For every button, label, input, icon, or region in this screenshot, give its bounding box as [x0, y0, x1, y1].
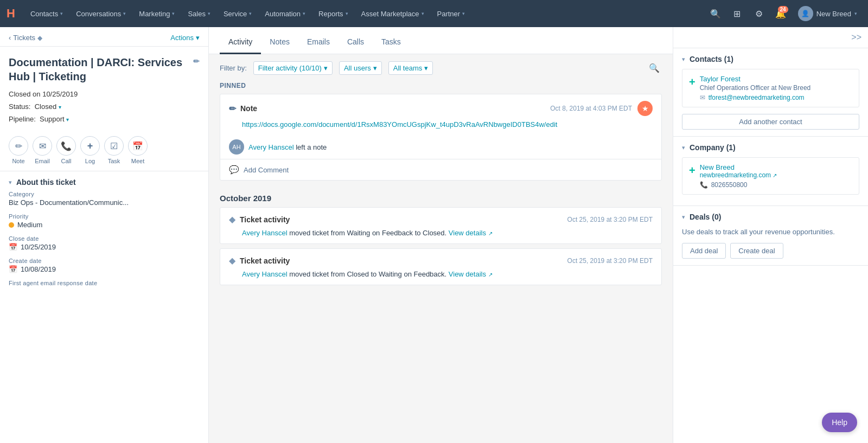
ta1-view-details[interactable]: View details ↗ [449, 229, 493, 237]
ticket-activity-icon-1: ◆ [229, 214, 235, 224]
category-value: Biz Ops - Documentation/Communic... [9, 198, 200, 207]
filter-bar: Filter by: Filter activity (10/10) ▾ All… [220, 54, 662, 82]
collapse-panel-button[interactable]: >> [851, 33, 861, 42]
ta1-body: Avery Hanscel moved ticket from Waiting … [220, 229, 661, 243]
ta1-actor-name[interactable]: Avery Hanscel [242, 229, 288, 237]
back-to-tickets[interactable]: ‹ Tickets ◆ [9, 34, 42, 42]
status-row: Status: Closed ▾ [0, 100, 208, 113]
external-link-icon-website: ↗ [773, 172, 777, 178]
tab-tasks[interactable]: Tasks [373, 37, 410, 54]
first-agent-label: First agent email response date [9, 280, 200, 286]
nav-automation[interactable]: Automation ▾ [258, 0, 312, 27]
actions-button[interactable]: Actions ▾ [170, 34, 200, 42]
actor-name[interactable]: Avery Hanscel [248, 143, 294, 151]
filter-users-button[interactable]: All users ▾ [339, 61, 382, 75]
external-link-icon-1: ↗ [488, 230, 493, 236]
nav-contacts[interactable]: Contacts ▾ [24, 0, 69, 27]
marketplace-icon-button[interactable]: ⊞ [729, 5, 746, 22]
log-action[interactable]: + Log [80, 136, 100, 164]
add-deal-button[interactable]: Add deal [682, 243, 726, 259]
tab-emails[interactable]: Emails [298, 37, 339, 54]
category-field: Category Biz Ops - Documentation/Communi… [9, 191, 200, 207]
note-card-link[interactable]: https://docs.google.com/document/d/1RsxM… [242, 120, 557, 129]
contact-plus-icon: + [689, 76, 695, 88]
filter-teams-button[interactable]: All teams ▾ [388, 61, 433, 75]
company-name[interactable]: New Breed [700, 163, 777, 171]
create-deal-button[interactable]: Create deal [730, 243, 783, 259]
company-section-header[interactable]: ▾ Company (1) [682, 143, 859, 152]
contact-card: + Taylor Forest Chief Operations Officer… [682, 69, 859, 107]
call-action[interactable]: 📞 Call [56, 136, 76, 164]
left-panel-header: ‹ Tickets ◆ Actions ▾ [0, 27, 208, 47]
note-card-icon: ✏ [229, 104, 236, 114]
priority-label: Priority [9, 213, 200, 220]
create-date-field: Create date 📅 10/08/2019 [9, 258, 200, 273]
meet-label: Meet [131, 158, 144, 164]
pinned-label: Pinned [220, 82, 662, 89]
nav-partner[interactable]: Partner ▾ [431, 0, 472, 27]
search-button[interactable]: 🔍 [707, 5, 724, 22]
task-action[interactable]: ☑ Task [104, 136, 124, 164]
edit-title-button[interactable]: ✏ [193, 56, 200, 66]
help-button[interactable]: Help [822, 413, 857, 432]
pin-badge[interactable]: ★ [637, 101, 653, 116]
note-card-actor: AH Avery Hanscel left a note [220, 135, 661, 159]
nav-service[interactable]: Service ▾ [217, 0, 258, 27]
right-panel: >> ▾ Contacts (1) + Taylor Forest Chief … [673, 27, 868, 443]
add-comment-row[interactable]: 💬 Add Comment [220, 159, 661, 180]
category-label: Category [9, 191, 200, 197]
phone-icon: 📞 [700, 181, 708, 189]
company-plus-icon: + [689, 164, 695, 177]
ta1-type: Ticket activity [240, 215, 290, 224]
nav-sales[interactable]: Sales ▾ [181, 0, 217, 27]
pipeline-dropdown-icon[interactable]: ▾ [66, 117, 69, 123]
pipeline-value[interactable]: Support [40, 115, 65, 123]
hubspot-logo[interactable]: H [7, 7, 15, 21]
company-website[interactable]: newbreedmarketing.com ↗ [700, 171, 777, 179]
filter-activity-button[interactable]: Filter activity (10/10) ▾ [253, 61, 333, 75]
nav-marketing[interactable]: Marketing ▾ [132, 0, 181, 27]
activity-search-button[interactable]: 🔍 [647, 61, 662, 75]
ta2-actor-name[interactable]: Avery Hanscel [242, 270, 288, 278]
user-menu[interactable]: 👤 New Breed ▾ [794, 6, 861, 21]
note-label: Note [12, 158, 24, 164]
note-card-type: ✏ Note [229, 104, 257, 114]
actor-avatar: AH [229, 139, 244, 155]
tab-activity[interactable]: Activity [220, 37, 261, 54]
ta2-view-details[interactable]: View details ↗ [449, 270, 493, 278]
note-card-time: Oct 8, 2019 at 4:03 PM EDT [550, 105, 632, 112]
add-another-contact-button[interactable]: Add another contact [682, 114, 859, 130]
settings-button[interactable]: ⚙ [750, 5, 768, 22]
close-date-label: Close date [9, 235, 200, 242]
email-action[interactable]: ✉ Email [33, 136, 52, 164]
contact-name[interactable]: Taylor Forest [700, 75, 852, 83]
company-row: + New Breed newbreedmarketing.com ↗ 📞 80… [689, 163, 852, 189]
action-icons-row: ✏ Note ✉ Email 📞 Call + Log ☑ Task 📅 Mee [0, 130, 208, 171]
note-action[interactable]: ✏ Note [9, 136, 28, 164]
status-dropdown-icon[interactable]: ▾ [59, 104, 61, 110]
tab-calls[interactable]: Calls [339, 37, 373, 54]
filter-teams-chevron: ▾ [424, 64, 428, 72]
nav-conversations[interactable]: Conversations ▾ [69, 0, 132, 27]
top-navigation: H Contacts ▾ Conversations ▾ Marketing ▾… [0, 0, 868, 27]
nav-asset-marketplace[interactable]: Asset Marketplace ▾ [355, 0, 431, 27]
nav-reports[interactable]: Reports ▾ [312, 0, 355, 27]
nav-automation-chevron: ▾ [303, 11, 305, 16]
about-section-header[interactable]: ▾ About this ticket [0, 171, 208, 191]
activity-area: Filter by: Filter activity (10/10) ▾ All… [209, 54, 673, 443]
contacts-section-header[interactable]: ▾ Contacts (1) [682, 55, 859, 63]
ticket-fields: Category Biz Ops - Documentation/Communi… [0, 191, 208, 299]
deals-section-header[interactable]: ▾ Deals (0) [682, 213, 859, 221]
tab-notes[interactable]: Notes [261, 37, 298, 54]
status-value[interactable]: Closed [35, 102, 56, 111]
call-label: Call [61, 158, 72, 164]
nav-contacts-chevron: ▾ [60, 11, 63, 16]
right-panel-header: >> [673, 27, 868, 48]
nav-right-controls: 🔍 ⊞ ⚙ 🔔 24 👤 New Breed ▾ [707, 5, 861, 22]
notifications-button[interactable]: 🔔 24 [772, 5, 789, 22]
company-chevron-icon: ▾ [682, 144, 685, 151]
task-label: Task [108, 158, 120, 164]
meet-action[interactable]: 📅 Meet [128, 136, 148, 164]
contact-email[interactable]: tforest@newbreedmarketing.com [709, 94, 805, 101]
contact-title: Chief Operations Officer at New Breed [700, 84, 852, 92]
